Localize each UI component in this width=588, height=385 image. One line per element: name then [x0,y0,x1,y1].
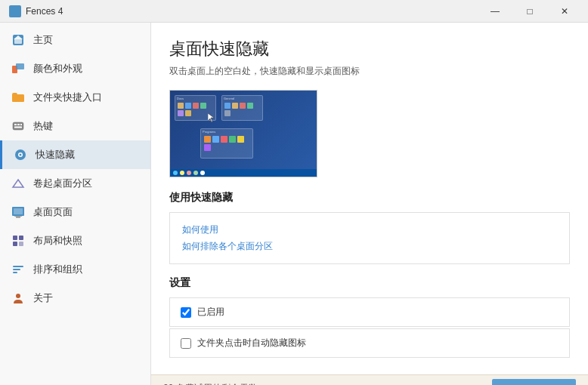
preview-image: Docs General [169,90,317,177]
auto-hide-label: 文件夹点击时自动隐藏图标 [197,337,306,350]
enabled-checkbox[interactable] [181,307,191,318]
svg-rect-22 [13,266,23,267]
sidebar-item-quick-hide[interactable]: 快速隐藏 [0,140,150,169]
enabled-label: 已启用 [197,306,224,319]
how-to-use-link[interactable]: 如何使用 [182,222,557,239]
checkbox-auto-hide: 文件夹点击时自动隐藏图标 [169,328,570,358]
sidebar-item-desktop-pages[interactable]: 桌面页面 [0,198,150,226]
svg-rect-7 [17,124,20,125]
how-to-exclude-link[interactable]: 如何排除各个桌面分区 [182,239,557,255]
fence-general: General [221,95,263,121]
trial-text: 29 免费试用的剩余天数 [163,382,258,385]
sidebar-item-about[interactable]: 关于 [0,284,150,313]
sidebar-item-home[interactable]: 主页 [0,26,150,54]
svg-rect-16 [16,217,20,218]
home-icon [11,32,26,48]
svg-rect-24 [13,272,17,273]
sidebar-item-hotkeys[interactable]: 热键 [0,112,150,140]
sort-icon [11,262,26,277]
sidebar-item-sort[interactable]: 排序和组织 [0,255,150,284]
svg-marker-13 [13,180,23,187]
auto-hide-checkbox[interactable] [181,338,191,349]
svg-rect-1 [14,38,22,44]
settings-section: 设置 已启用 文件夹点击时自动隐藏图标 [169,276,570,358]
svg-rect-9 [14,127,22,128]
usage-section: 使用快速隐藏 如何使用 如何排除各个桌面分区 [169,191,570,264]
sidebar-item-layout[interactable]: 布局和快照 [0,226,150,255]
usage-info-box: 如何使用 如何排除各个桌面分区 [169,212,570,264]
quick-hide-icon [13,147,28,162]
svg-rect-4 [16,63,24,69]
svg-rect-21 [19,242,23,246]
svg-point-12 [20,154,22,156]
svg-rect-8 [20,124,22,125]
sidebar-item-roll-up[interactable]: 卷起桌面分区 [0,169,150,198]
color-icon [11,61,26,76]
content-area: 桌面快速隐藏 双击桌面上的空白处，快速隐藏和显示桌面图标 Docs [151,23,588,374]
settings-section-title: 设置 [169,276,570,290]
svg-rect-17 [14,216,22,217]
page-title: 桌面快速隐藏 [169,38,570,60]
close-button[interactable]: ✕ [547,0,582,23]
app-title: Fences 4 [9,5,63,17]
desktop-preview: Docs General [170,91,317,177]
svg-rect-5 [13,122,23,130]
svg-rect-23 [13,269,20,270]
purchase-button[interactable]: Purchase [492,379,576,385]
window-controls: — □ ✕ [478,0,582,23]
maximize-button[interactable]: □ [512,0,547,23]
desktop-pages-icon [11,205,26,220]
hotkey-icon [11,119,26,134]
svg-rect-6 [14,124,17,125]
svg-marker-26 [208,113,214,122]
app-icon [9,5,21,17]
checkbox-enabled: 已启用 [169,297,570,327]
sidebar-item-folder-portal[interactable]: 文件夹快捷入口 [0,83,150,112]
svg-rect-19 [19,236,23,240]
minimize-button[interactable]: — [478,0,512,23]
title-bar: Fences 4 — □ ✕ [0,0,588,23]
fence-programs: Programs [200,128,253,159]
layout-icon [11,233,26,248]
svg-rect-18 [13,236,17,240]
folder-icon [11,90,26,105]
taskbar-preview [170,169,317,177]
purchase-bar: 29 免费试用的剩余天数 Purchase [151,374,588,385]
svg-point-25 [16,294,20,298]
sidebar-item-appearance[interactable]: 颜色和外观 [0,54,150,83]
cursor [208,113,212,121]
main-content: 桌面快速隐藏 双击桌面上的空白处，快速隐藏和显示桌面图标 Docs [151,23,588,385]
svg-rect-15 [14,208,23,214]
usage-section-title: 使用快速隐藏 [169,191,570,205]
page-subtitle: 双击桌面上的空白处，快速隐藏和显示桌面图标 [169,65,570,78]
app-body: 主页 颜色和外观 文件夹快捷入口 [0,23,588,385]
about-icon [11,291,26,306]
svg-rect-20 [13,242,17,246]
sidebar: 主页 颜色和外观 文件夹快捷入口 [0,23,151,385]
rollup-icon [11,176,26,191]
